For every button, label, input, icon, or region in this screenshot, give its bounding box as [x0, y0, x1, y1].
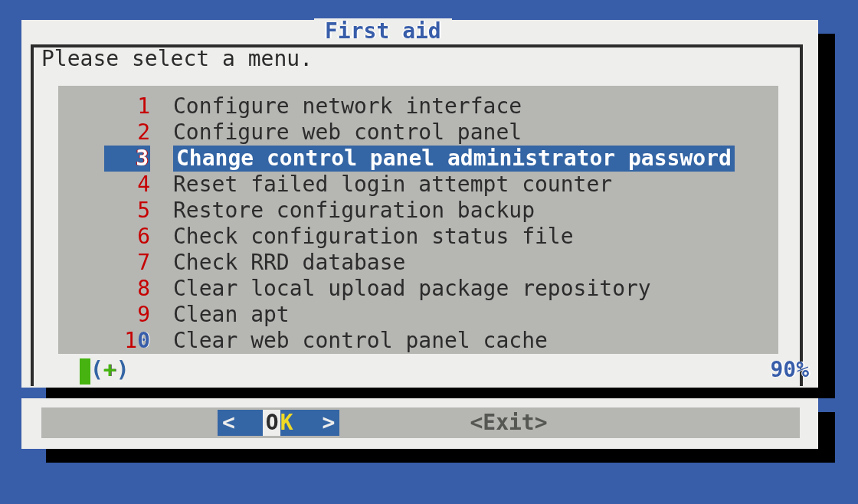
menu-item-number: 3 — [104, 146, 150, 172]
menu-item-number: 7 — [104, 250, 150, 276]
menu-item-label: Clear web control panel cache — [173, 328, 548, 354]
button-bar: < OK > < Exit > — [41, 407, 800, 438]
menu-item[interactable]: 7Check RRD database — [58, 250, 778, 276]
menu-item[interactable]: 4Reset failed login attempt counter — [58, 172, 778, 198]
scroll-percent: 90% — [770, 357, 815, 383]
menu-item-label: Clear local upload package repository — [173, 276, 651, 302]
menu-item[interactable]: 1Configure network interface — [58, 93, 778, 119]
menu-item-number: 6 — [104, 224, 150, 250]
more-indicator: (+) — [80, 357, 129, 383]
menu-item-number: 8 — [104, 276, 150, 302]
menu-item[interactable]: 9Clean apt — [58, 302, 778, 328]
menu-item-number: 9 — [104, 302, 150, 328]
menu-item-number: 2 — [104, 119, 150, 146]
exit-button[interactable]: < Exit > — [470, 410, 547, 436]
menu-list: 1Configure network interface2Configure w… — [58, 86, 778, 354]
menu-item-number: 4 — [104, 172, 150, 198]
menu-item-number: 10 — [104, 328, 150, 354]
menu-item-number: 1 — [104, 93, 150, 119]
menu-item[interactable]: 3Change control panel administrator pass… — [58, 146, 778, 172]
status-row: (+) 90% — [80, 357, 815, 383]
dialog-prompt: Please select a menu. — [41, 46, 313, 72]
menu-item[interactable]: 5Restore configuration backup — [58, 198, 778, 224]
menu-item-label: Check RRD database — [173, 250, 405, 276]
menu-item-number: 5 — [104, 198, 150, 224]
menu-item[interactable]: 2Configure web control panel — [58, 119, 778, 146]
ok-button[interactable]: < OK > — [218, 410, 339, 436]
menu-item-label: Check configuration status file — [173, 224, 574, 250]
menu-item-label: Configure network interface — [173, 93, 522, 119]
menu-item[interactable]: 8Clear local upload package repository — [58, 276, 778, 302]
menu-item-label: Configure web control panel — [173, 119, 522, 146]
menu-item[interactable]: 10Clear web control panel cache — [58, 328, 778, 354]
menu-item-label: Clean apt — [173, 302, 290, 328]
dialog-title: First aid — [314, 18, 452, 44]
menu-item-label: Restore configuration backup — [173, 198, 535, 224]
menu-item-label: Change control panel administrator passw… — [173, 146, 735, 172]
menu-item[interactable]: 6Check configuration status file — [58, 224, 778, 250]
menu-item-label: Reset failed login attempt counter — [173, 172, 612, 198]
